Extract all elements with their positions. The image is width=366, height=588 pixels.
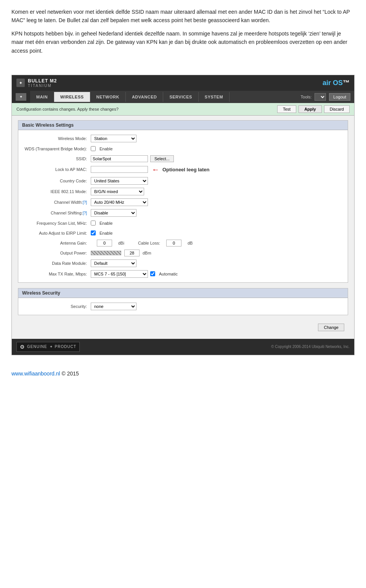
wireless-section: Basic Wireless Settings Wireless Mode: S… [18, 120, 348, 283]
country-code-label: Country Code: [22, 179, 91, 183]
data-rate-row: Data Rate Module: Default [18, 258, 348, 269]
website-link[interactable]: www.wifiaanboord.nl [11, 371, 60, 377]
antenna-gain-label: Antenna Gain: [22, 241, 91, 245]
product-text: PRODUCT [55, 345, 76, 349]
wds-enable-label: Enable [100, 147, 112, 151]
security-select[interactable]: none [91, 303, 136, 310]
wireless-section-header: Basic Wireless Settings [18, 121, 348, 130]
data-rate-control: Default [91, 259, 136, 267]
ieee-mode-row: IEEE 802.11 Mode: B/G/N mixed [18, 186, 348, 197]
router-content: Basic Wireless Settings Wireless Mode: S… [12, 116, 354, 339]
router-header: ✦ BULLET M2 TITANIUM air OS™ [12, 75, 354, 91]
automatic-checkbox[interactable] [150, 271, 155, 276]
bottom-year: © 2015 [62, 371, 79, 377]
brand-name-area: BULLET M2 TITANIUM [28, 78, 57, 88]
router-footer: ⚙ GENUINE ✦ PRODUCT © Copyright 2006-201… [12, 339, 354, 355]
channel-shifting-control: Disable [91, 209, 136, 217]
change-button[interactable]: Change [318, 324, 344, 331]
copyright-text: © Copyright 2006-2014 Ubiquiti Networks,… [271, 345, 350, 349]
paragraph-1: Komen er veel netwerken voor met identie… [11, 8, 355, 25]
nav-tab-main[interactable]: MAIN [30, 92, 54, 102]
brand-text: BULLET M2 [28, 78, 57, 84]
lock-mac-input[interactable] [91, 166, 148, 173]
nav-logo-icon: ✦ [16, 93, 26, 101]
change-row: Change [18, 321, 348, 334]
apply-button[interactable]: Apply [299, 105, 322, 113]
genuine-icon: ⚙ [20, 344, 25, 350]
automatic-label: Automatic [159, 272, 178, 276]
country-code-row: Country Code: United States [18, 176, 348, 186]
router-nav: ✦ MAIN WIRELESS NETWORK ADVANCED SERVICE… [12, 91, 354, 103]
paragraph-2: KPN hotspots hebben bijv. in geheel Nede… [11, 29, 355, 55]
country-code-control: United States [91, 177, 148, 185]
wireless-mode-label: Wireless Mode: [22, 136, 91, 141]
channel-shifting-select[interactable]: Disable [91, 209, 136, 217]
air-text: air [323, 79, 331, 87]
channel-width-row: Channel Width:[?] Auto 20/40 MHz [18, 197, 348, 208]
nav-tab-services[interactable]: SERVICES [163, 92, 198, 102]
max-tx-rate-select[interactable]: MCS 7 - 65 [150] [91, 270, 148, 278]
security-label: Security: [22, 304, 91, 309]
wds-checkbox[interactable] [91, 146, 96, 151]
brand-icon: ✦ [16, 79, 25, 87]
security-section: Wireless Security Security: none [18, 288, 348, 315]
lock-mac-row: Lock to AP MAC: ← Optioneel leeg laten [18, 164, 348, 176]
tools-select[interactable] [315, 93, 326, 101]
airos-logo: air OS™ [323, 79, 350, 87]
channel-width-help[interactable]: [?] [83, 200, 87, 205]
nav-tab-advanced[interactable]: ADVANCED [126, 92, 164, 102]
data-rate-select[interactable]: Default [91, 259, 136, 267]
logout-button[interactable]: Logout [329, 93, 350, 101]
antenna-gain-input[interactable] [97, 240, 112, 246]
eirp-row: Auto Adjust to EIRP Limit: Enable [18, 228, 348, 238]
os-text: OS [331, 79, 343, 87]
article-content: Komen er veel netwerken voor met identie… [0, 0, 366, 67]
ssid-select-button[interactable]: Select... [150, 155, 174, 162]
power-value-input[interactable] [124, 250, 140, 256]
alert-buttons: Test Apply Discard [277, 105, 350, 113]
ssid-label: SSID: [22, 156, 91, 161]
wds-control: Enable [91, 146, 112, 151]
ssid-row: SSID: Select... [18, 154, 348, 164]
power-slider[interactable] [91, 251, 121, 255]
ieee-mode-label: IEEE 802.11 Mode: [22, 189, 91, 194]
ssid-input[interactable] [91, 155, 148, 162]
ieee-mode-select[interactable]: B/G/N mixed [91, 188, 144, 195]
channel-width-label: Channel Width:[?] [22, 200, 91, 205]
nav-tab-system[interactable]: SYSTEM [199, 92, 230, 102]
cable-loss-label: Cable Loss: [138, 241, 160, 245]
channel-shifting-help[interactable]: [?] [83, 211, 87, 215]
country-code-select[interactable]: United States [91, 177, 148, 185]
test-button[interactable]: Test [277, 105, 296, 113]
nav-tab-wireless[interactable]: WIRELESS [54, 92, 90, 102]
wireless-mode-select[interactable]: Station [91, 135, 136, 142]
security-row: Security: none [18, 301, 348, 312]
cable-loss-unit: dB [188, 241, 193, 245]
nav-tools: Tools: Logout [297, 92, 354, 102]
antenna-gain-row: Antenna Gain: dBi Cable Loss: dB [18, 238, 348, 248]
freq-scan-checkbox[interactable] [91, 221, 96, 226]
output-power-label: Output Power: [22, 251, 91, 255]
lock-mac-label: Lock to AP MAC: [22, 167, 91, 172]
router-ui: ✦ BULLET M2 TITANIUM air OS™ ✦ MAIN WIRE… [11, 75, 355, 355]
cable-loss-input[interactable] [166, 240, 181, 246]
genuine-badge: ⚙ GENUINE ✦ PRODUCT [16, 342, 80, 352]
eirp-checkbox[interactable] [91, 230, 96, 235]
wireless-section-body: Wireless Mode: Station WDS (Transparent … [18, 130, 348, 282]
brand-logo: ✦ BULLET M2 TITANIUM [16, 78, 57, 88]
max-tx-rate-row: Max TX Rate, Mbps: MCS 7 - 65 [150] Auto… [18, 269, 348, 279]
channel-width-select[interactable]: Auto 20/40 MHz [91, 198, 148, 206]
nav-logo-area: ✦ [12, 91, 30, 103]
nav-tab-network[interactable]: NETWORK [90, 92, 126, 102]
output-power-row: Output Power: dBm [18, 248, 348, 258]
alert-bar: Configuration contains changes. Apply th… [12, 103, 354, 116]
tools-label: Tools: [301, 95, 312, 99]
output-power-control: dBm [91, 250, 151, 256]
nav-tabs: MAIN WIRELESS NETWORK ADVANCED SERVICES … [30, 92, 297, 102]
discard-button[interactable]: Discard [324, 105, 350, 113]
freq-scan-row: Frequency Scan List, MHz: Enable [18, 218, 348, 228]
channel-shifting-label: Channel Shifting:[?] [22, 211, 91, 215]
red-arrow-icon: ← [152, 165, 159, 174]
max-tx-rate-label: Max TX Rate, Mbps: [22, 272, 91, 276]
freq-scan-enable-label: Enable [100, 221, 112, 226]
